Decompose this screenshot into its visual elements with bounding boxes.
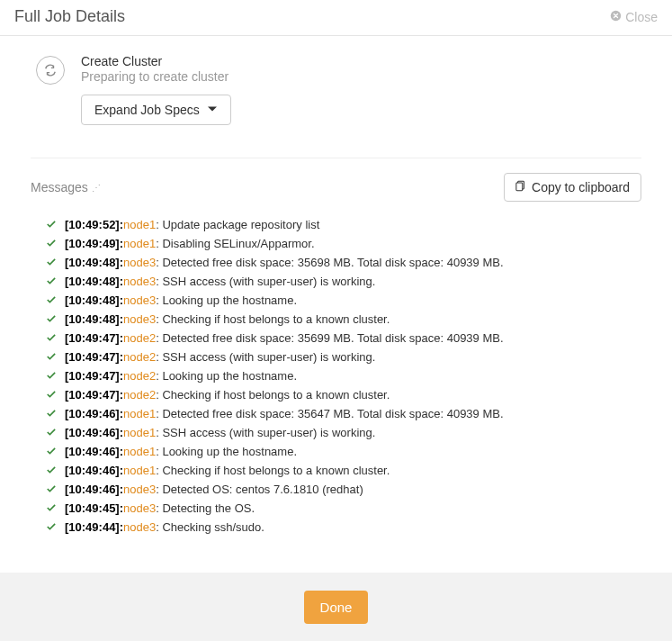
log-timestamp: [10:49:52]: <box>65 218 123 231</box>
log-row: [10:49:46]:node1: Detected free disk spa… <box>45 405 641 424</box>
log-node: node2 <box>123 369 156 383</box>
log-node: node2 <box>123 350 156 364</box>
log-row: [10:49:47]:node2: SSH access (with super… <box>45 348 641 367</box>
copy-clipboard-label: Copy to clipboard <box>532 180 630 194</box>
log-timestamp: [10:49:48]: <box>65 312 123 326</box>
log-row: [10:49:48]:node3: Detected free disk spa… <box>45 254 641 273</box>
log-message: : Update package repository list <box>156 218 319 231</box>
log-timestamp: [10:49:48]: <box>65 293 123 307</box>
log-node: node3 <box>123 275 156 288</box>
check-icon <box>45 369 58 386</box>
messages-label: Messages <box>31 180 88 194</box>
log-node: node3 <box>123 293 156 307</box>
check-icon <box>45 520 58 537</box>
log-row: [10:49:46]:node1: Checking if host belon… <box>45 462 641 481</box>
log-timestamp: [10:49:46]: <box>65 483 123 496</box>
log-message: : Looking up the hostname. <box>156 293 297 307</box>
log-message: : Detected free disk space: 35647 MB. To… <box>156 407 503 420</box>
log-list: [10:49:52]:node1: Update package reposit… <box>31 216 641 540</box>
job-title: Create Cluster <box>81 54 231 68</box>
page-title: Full Job Details <box>14 7 125 26</box>
log-row: [10:49:44]:node3: Checking ssh/sudo. <box>45 519 641 537</box>
check-icon <box>45 407 58 424</box>
copy-clipboard-button[interactable]: Copy to clipboard <box>504 173 641 202</box>
log-message: : Checking if host belongs to a known cl… <box>156 312 390 326</box>
log-node: node3 <box>123 520 156 534</box>
log-row: [10:49:52]:node1: Update package reposit… <box>45 216 641 235</box>
check-icon <box>45 350 58 367</box>
log-message: : Detected free disk space: 35699 MB. To… <box>156 331 503 345</box>
log-node: node2 <box>123 539 156 540</box>
log-row: [10:49:45]:node3: Detecting the OS. <box>45 500 641 519</box>
log-node: node3 <box>123 256 156 269</box>
log-node: node1 <box>123 464 156 477</box>
clipboard-icon <box>515 180 526 194</box>
log-row: [10:49:47]:node2: Detected free disk spa… <box>45 330 641 348</box>
log-row: [10:49:46]:node1: SSH access (with super… <box>45 424 641 443</box>
check-icon <box>45 256 58 273</box>
log-message: : Detected OS: centos 7.6.1810 (redhat) <box>156 539 363 540</box>
log-row: [10:49:44]:node2: Detected OS: centos 7.… <box>45 537 641 540</box>
log-timestamp: [10:49:45]: <box>65 501 123 515</box>
check-icon <box>45 464 58 481</box>
log-row: [10:49:47]:node2: Checking if host belon… <box>45 386 641 405</box>
job-status-spinner-icon <box>36 56 65 85</box>
svg-rect-2 <box>516 183 523 191</box>
log-message: : Checking if host belongs to a known cl… <box>156 388 390 402</box>
log-message: : Detecting the OS. <box>156 501 255 515</box>
log-row: [10:49:48]:node3: Looking up the hostnam… <box>45 292 641 311</box>
log-node: node1 <box>123 218 156 231</box>
divider <box>31 158 641 158</box>
check-icon <box>45 218 58 235</box>
log-row: [10:49:48]:node3: SSH access (with super… <box>45 273 641 292</box>
log-row: [10:49:46]:node3: Detected OS: centos 7.… <box>45 481 641 500</box>
log-message: : Disabling SELinux/Apparmor. <box>156 237 314 250</box>
job-subtitle: Preparing to create cluster <box>81 69 231 84</box>
log-timestamp: [10:49:46]: <box>65 426 123 439</box>
log-timestamp: [10:49:46]: <box>65 407 123 420</box>
log-row: [10:49:46]:node1: Looking up the hostnam… <box>45 443 641 462</box>
check-icon <box>45 275 58 292</box>
log-message: : Checking if host belongs to a known cl… <box>156 464 390 477</box>
check-icon <box>45 483 58 500</box>
log-node: node3 <box>123 483 156 496</box>
log-timestamp: [10:49:46]: <box>65 445 123 458</box>
log-timestamp: [10:49:48]: <box>65 275 123 288</box>
check-icon <box>45 312 58 330</box>
log-message: : Looking up the hostname. <box>156 369 297 383</box>
expand-job-specs-button[interactable]: Expand Job Specs <box>81 95 231 125</box>
log-message: : SSH access (with super-user) is workin… <box>156 275 375 288</box>
log-message: : Checking ssh/sudo. <box>156 520 264 534</box>
log-node: node3 <box>123 312 156 326</box>
log-row: [10:49:47]:node2: Looking up the hostnam… <box>45 367 641 386</box>
log-node: node2 <box>123 331 156 345</box>
check-icon <box>45 293 58 311</box>
log-timestamp: [10:49:47]: <box>65 331 123 345</box>
check-icon <box>45 237 58 254</box>
log-message: : SSH access (with super-user) is workin… <box>156 426 375 439</box>
log-timestamp: [10:49:49]: <box>65 237 123 250</box>
log-timestamp: [10:49:46]: <box>65 464 123 477</box>
done-button[interactable]: Done <box>304 591 369 624</box>
log-timestamp: [10:49:47]: <box>65 388 123 402</box>
log-node: node1 <box>123 445 156 458</box>
log-node: node1 <box>123 237 156 250</box>
log-node: node1 <box>123 407 156 420</box>
log-timestamp: [10:49:47]: <box>65 350 123 364</box>
chevron-down-icon <box>207 103 218 117</box>
log-timestamp: [10:49:44]: <box>65 520 123 534</box>
log-node: node3 <box>123 501 156 515</box>
check-icon <box>45 501 58 519</box>
check-icon <box>45 445 58 462</box>
loading-spinner-icon: ⋰ <box>92 183 101 193</box>
check-icon <box>45 388 58 405</box>
log-timestamp: [10:49:48]: <box>65 256 123 269</box>
check-icon <box>45 331 58 348</box>
log-message: : Detected free disk space: 35698 MB. To… <box>156 256 503 269</box>
close-button[interactable]: Close <box>610 10 658 24</box>
log-message: : Looking up the hostname. <box>156 445 297 458</box>
expand-job-specs-label: Expand Job Specs <box>94 103 200 117</box>
log-message: : SSH access (with super-user) is workin… <box>156 350 375 364</box>
close-icon <box>610 10 622 24</box>
log-message: : Detected OS: centos 7.6.1810 (redhat) <box>156 483 363 496</box>
